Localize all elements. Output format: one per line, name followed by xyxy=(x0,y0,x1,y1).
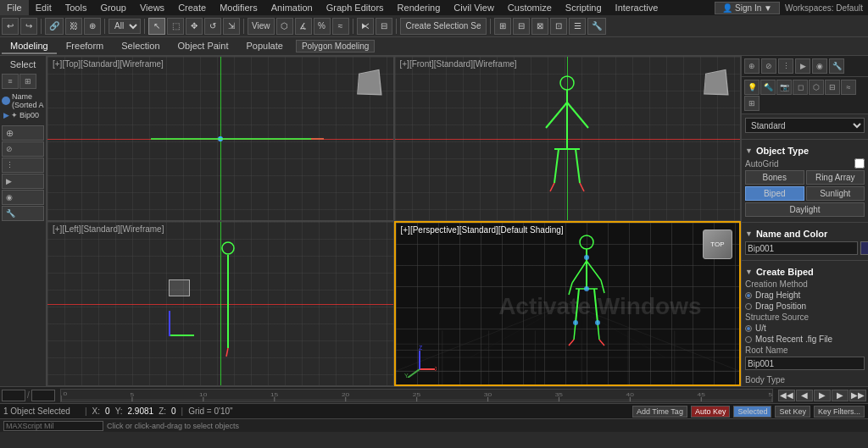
helper-btn[interactable]: ⊟ xyxy=(825,80,840,95)
motion-tool-icon[interactable]: ▶ xyxy=(2,174,44,189)
root-name-input[interactable] xyxy=(745,357,865,370)
mirror-btn[interactable]: ⧔ xyxy=(357,18,374,35)
camera-btn[interactable]: 📷 xyxy=(776,80,792,95)
most-recent-radio[interactable] xyxy=(745,336,752,343)
prev-btn[interactable]: ◀ xyxy=(796,390,813,401)
angle-snap[interactable]: ∡ xyxy=(295,18,312,35)
color-swatch[interactable] xyxy=(860,241,868,255)
key-filters-btn[interactable]: Key Filters... xyxy=(814,406,865,418)
link-button[interactable]: 🔗 xyxy=(45,18,64,35)
sunlight-button[interactable]: Sunlight xyxy=(806,186,865,201)
drag-position-radio[interactable] xyxy=(745,303,752,310)
light2-btn[interactable]: 🔦 xyxy=(760,80,776,95)
utils-panel-btn[interactable]: 🔧 xyxy=(829,58,844,74)
daylight-button[interactable]: Daylight xyxy=(745,202,865,217)
object-name-input[interactable] xyxy=(745,241,858,255)
object-type-header[interactable]: ▼ Object Type xyxy=(745,146,865,156)
tab-selection[interactable]: Selection xyxy=(113,39,168,54)
nav-cube-top[interactable] xyxy=(351,65,385,99)
utils-tool-icon[interactable]: 🔧 xyxy=(2,206,44,221)
biped-button[interactable]: Biped xyxy=(745,186,804,201)
redo-button[interactable]: ↪ xyxy=(20,18,37,35)
name-color-header[interactable]: ▼ Name and Color xyxy=(745,229,865,239)
layer3-btn[interactable]: ⊠ xyxy=(531,18,548,35)
set-key-btn[interactable]: Set Key xyxy=(775,406,810,418)
layer4-btn[interactable]: ⊡ xyxy=(550,18,567,35)
menu-create[interactable]: Create xyxy=(171,0,213,15)
create-selection-button[interactable]: Create Selection Se xyxy=(400,18,487,35)
hierarchy-panel-btn[interactable]: ⋮ xyxy=(778,58,793,74)
nav-cube-perspective[interactable]: TOP xyxy=(703,230,732,259)
tab-modeling[interactable]: Modeling xyxy=(2,39,57,54)
object-list-item[interactable]: ▶ ✦ Bip00 xyxy=(0,110,46,120)
menu-animation[interactable]: Animation xyxy=(264,0,320,15)
motion-panel-btn[interactable]: ▶ xyxy=(795,58,810,74)
create-tool-icon[interactable]: ⊕ xyxy=(2,125,44,141)
scale-button[interactable]: ⇲ xyxy=(223,18,240,35)
bones-button[interactable]: Bones xyxy=(745,170,804,185)
geo-btn[interactable]: ◻ xyxy=(793,80,808,95)
layer-btn[interactable]: ⊞ xyxy=(494,18,511,35)
menu-graph-editors[interactable]: Graph Editors xyxy=(320,0,391,15)
end-frame-input[interactable]: 100 xyxy=(31,390,55,401)
ring-array-button[interactable]: Ring Array xyxy=(806,170,865,185)
viewport-front[interactable]: [+][Front][Standard][Wireframe] xyxy=(394,56,742,221)
prop-btn[interactable]: 🔧 xyxy=(587,18,606,35)
sys-btn[interactable]: ⊞ xyxy=(744,96,760,111)
layer2-btn[interactable]: ⊟ xyxy=(513,18,530,35)
viewport-top[interactable]: [+][Top][Standard][Wireframe] xyxy=(47,56,394,221)
light1-btn[interactable]: 💡 xyxy=(744,80,760,95)
nav-cube-front[interactable] xyxy=(698,65,732,99)
unlink-button[interactable]: ⛓ xyxy=(65,18,82,35)
tab-object-paint[interactable]: Object Paint xyxy=(170,39,237,54)
menu-edit[interactable]: Edit xyxy=(29,0,58,15)
autogrid-checkbox[interactable] xyxy=(854,158,865,169)
menu-group[interactable]: Group xyxy=(93,0,133,15)
move-button[interactable]: ✥ xyxy=(186,18,203,35)
prev-frame-btn[interactable]: ◀◀ xyxy=(778,390,795,401)
tab-freeform[interactable]: Freeform xyxy=(58,39,113,54)
display-panel-btn[interactable]: ◉ xyxy=(812,58,827,74)
shape-btn[interactable]: ⬡ xyxy=(809,80,824,95)
maxscript-input[interactable] xyxy=(3,421,103,431)
scene-btn[interactable]: ☰ xyxy=(569,18,586,35)
hierarchy-tool-icon[interactable]: ⋮ xyxy=(2,158,44,173)
rotate-button[interactable]: ↺ xyxy=(204,18,221,35)
space-btn[interactable]: ≈ xyxy=(841,80,856,95)
tab-populate[interactable]: Populate xyxy=(237,39,291,54)
menu-views[interactable]: Views xyxy=(133,0,171,15)
ut-radio[interactable] xyxy=(745,325,752,332)
auto-key-btn[interactable]: Auto Key xyxy=(691,406,731,418)
list-view-icon[interactable]: ≡ xyxy=(2,74,19,89)
select-filter-dropdown[interactable]: All xyxy=(108,19,141,34)
current-frame-input[interactable]: 0 xyxy=(2,390,25,401)
create-panel-btn[interactable]: ⊕ xyxy=(744,58,760,74)
viewport-perspective[interactable]: [+][Perspective][Standard][Default Shadi… xyxy=(394,221,742,386)
add-time-tag-btn[interactable]: Add Time Tag xyxy=(632,406,687,418)
next-frame-btn[interactable]: ▶▶ xyxy=(849,390,866,401)
snap-toggle[interactable]: ⬡ xyxy=(276,18,293,35)
selected-btn[interactable]: Selected xyxy=(733,406,771,418)
menu-customize[interactable]: Customize xyxy=(501,0,559,15)
percent-snap[interactable]: % xyxy=(314,18,331,35)
drag-height-radio[interactable] xyxy=(745,292,752,299)
grid-view-icon[interactable]: ⊞ xyxy=(19,74,36,89)
view-btn[interactable]: View xyxy=(248,18,275,35)
menu-rendering[interactable]: Rendering xyxy=(391,0,448,15)
next-btn[interactable]: ▶ xyxy=(832,390,849,401)
standard-dropdown[interactable]: Standard xyxy=(745,118,865,133)
undo-button[interactable]: ↩ xyxy=(2,18,19,35)
modify-tool-icon[interactable]: ⊘ xyxy=(2,141,44,157)
align-btn[interactable]: ⊟ xyxy=(376,18,392,35)
viewport-left[interactable]: [+][Left][Standard][Wireframe] xyxy=(47,221,394,386)
bind-button[interactable]: ⊕ xyxy=(84,18,101,35)
timeline-ruler[interactable]: 0 5 10 15 20 25 30 35 40 45 50 xyxy=(60,389,773,402)
modify-panel-btn[interactable]: ⊘ xyxy=(761,58,776,74)
menu-scripting[interactable]: Scripting xyxy=(559,0,609,15)
play-btn[interactable]: ▶ xyxy=(814,390,831,401)
menu-modifiers[interactable]: Modifiers xyxy=(213,0,264,15)
menu-tools[interactable]: Tools xyxy=(58,0,94,15)
sign-in-button[interactable]: 👤 Sign In ▼ xyxy=(715,2,780,14)
menu-civil-view[interactable]: Civil View xyxy=(447,0,500,15)
menu-interactive[interactable]: Interactive xyxy=(609,0,665,15)
